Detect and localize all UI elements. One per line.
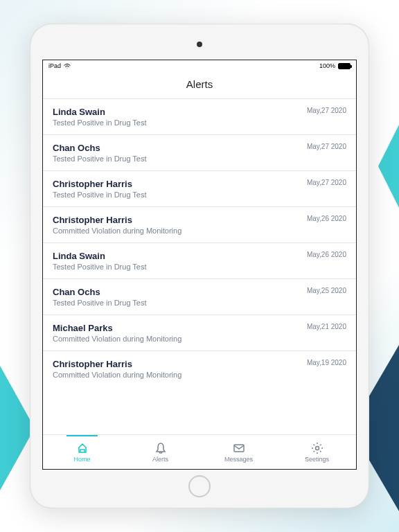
tab-label: Messages: [224, 456, 253, 463]
alert-description: Committed Violation during Monitoring: [53, 371, 301, 379]
alert-description: Tested Positive in Drug Test: [53, 154, 301, 163]
alert-description: Committed Violation during Monitoring: [53, 335, 301, 343]
alert-date: May,21 2020: [307, 323, 346, 330]
tab-home[interactable]: Home: [43, 435, 121, 469]
alert-row[interactable]: Linda SwainTested Positive in Drug TestM…: [43, 242, 356, 278]
tab-messages[interactable]: Messages: [200, 435, 278, 469]
alert-row[interactable]: Chan OchsTested Positive in Drug TestMay…: [43, 134, 356, 170]
tablet-frame: iPad 100% Alerts Linda SwainTested Posit…: [30, 24, 369, 508]
tab-label: Alerts: [152, 456, 168, 463]
tab-alerts[interactable]: Alerts: [121, 435, 200, 469]
alert-date: May,27 2020: [307, 143, 346, 150]
alert-name: Linda Swain: [53, 107, 301, 117]
alert-row[interactable]: Christopher HarrisCommitted Violation du…: [43, 206, 356, 242]
alert-description: Tested Positive in Drug Test: [53, 190, 301, 199]
tab-bar: HomeAlertsMessagesSeetings: [43, 434, 356, 469]
alerts-list[interactable]: Linda SwainTested Positive in Drug TestM…: [43, 98, 356, 434]
svg-rect-0: [234, 445, 244, 452]
wifi-icon: [64, 63, 71, 69]
alert-name: Chan Ochs: [53, 143, 301, 153]
seetings-icon: [311, 442, 323, 454]
messages-icon: [233, 442, 245, 454]
bg-decoration: [378, 125, 399, 208]
tab-seetings[interactable]: Seetings: [278, 435, 356, 469]
home-icon: [76, 442, 89, 454]
home-button[interactable]: [188, 475, 211, 497]
alert-date: May,27 2020: [307, 179, 346, 186]
alert-date: May,19 2020: [307, 359, 346, 366]
alert-description: Tested Positive in Drug Test: [53, 118, 301, 127]
alert-row[interactable]: Christopher HarrisTested Positive in Dru…: [43, 170, 356, 206]
svg-point-1: [315, 446, 319, 450]
alert-name: Michael Parks: [53, 323, 301, 333]
alerts-icon: [154, 442, 167, 454]
alert-row[interactable]: Linda SwainTested Positive in Drug TestM…: [43, 98, 356, 134]
page-title: Alerts: [43, 71, 356, 98]
alert-row[interactable]: Michael ParksCommitted Violation during …: [43, 314, 356, 351]
camera-dot: [197, 42, 202, 47]
alert-name: Christopher Harris: [53, 179, 301, 189]
alert-row[interactable]: Christopher HarrisCommitted Violation du…: [43, 351, 356, 387]
alert-name: Christopher Harris: [53, 215, 301, 225]
battery-icon: [338, 63, 351, 69]
status-bar: iPad 100%: [43, 60, 356, 71]
alert-date: May,27 2020: [307, 107, 346, 114]
alert-description: Tested Positive in Drug Test: [53, 299, 301, 307]
alert-name: Linda Swain: [53, 251, 301, 261]
alert-date: May,26 2020: [307, 215, 346, 222]
alert-name: Chan Ochs: [53, 287, 301, 297]
tab-label: Seetings: [305, 456, 329, 463]
screen: iPad 100% Alerts Linda SwainTested Posit…: [42, 60, 357, 470]
alert-description: Committed Violation during Monitoring: [53, 227, 301, 235]
device-label: iPad: [48, 62, 61, 69]
alert-name: Christopher Harris: [53, 359, 301, 369]
alert-date: May,25 2020: [307, 287, 346, 294]
alert-date: May,26 2020: [307, 251, 346, 258]
battery-percent: 100%: [319, 62, 335, 69]
tab-label: Home: [73, 456, 90, 463]
alert-description: Tested Positive in Drug Test: [53, 263, 301, 271]
alert-row[interactable]: Chan OchsTested Positive in Drug TestMay…: [43, 278, 356, 314]
